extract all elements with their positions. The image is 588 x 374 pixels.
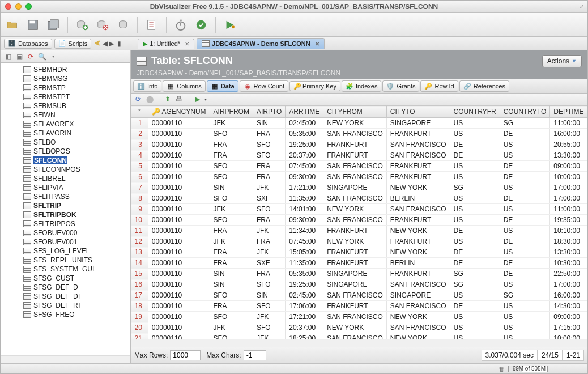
table-row[interactable]: 900000110JFKSFO14:01:00NEW YORKSAN FRANC… bbox=[131, 204, 588, 215]
cell[interactable]: 00000110 bbox=[148, 301, 210, 312]
cell[interactable]: FRANKFURT bbox=[323, 139, 387, 150]
cell[interactable]: NEW YORK bbox=[386, 333, 450, 339]
tree-item[interactable]: SFSG_DEF_DT bbox=[1, 292, 130, 301]
cell[interactable]: US bbox=[500, 204, 550, 215]
cell[interactable]: 00000110 bbox=[148, 182, 210, 193]
tree-item[interactable]: SFLIBREL bbox=[1, 174, 130, 183]
row-number[interactable]: 19 bbox=[131, 312, 148, 322]
cell[interactable]: 00000110 bbox=[148, 269, 210, 279]
tree-item[interactable]: SFSG_DEF_RT bbox=[1, 301, 130, 310]
cell[interactable]: US bbox=[500, 333, 550, 339]
cell[interactable]: 00000110 bbox=[148, 161, 210, 172]
cell[interactable]: BERLIN bbox=[386, 258, 450, 269]
cell[interactable]: DE bbox=[450, 150, 500, 161]
cell[interactable]: SINGAPORE bbox=[386, 118, 450, 129]
cell[interactable]: JFK bbox=[210, 236, 253, 247]
cell[interactable]: 19:35:00 bbox=[550, 215, 587, 226]
cell[interactable]: FRA bbox=[253, 161, 285, 172]
table-row[interactable]: 100000110JFKSIN02:45:00NEW YORKSINGAPORE… bbox=[131, 118, 588, 129]
cell[interactable]: 13:30:00 bbox=[550, 247, 587, 258]
minimize-window-button[interactable] bbox=[15, 3, 22, 10]
cell[interactable]: FRA bbox=[253, 236, 285, 247]
row-number[interactable]: 1 bbox=[131, 118, 148, 129]
print-icon[interactable]: 🖶 bbox=[175, 95, 183, 103]
cell[interactable]: US bbox=[450, 236, 500, 247]
cell[interactable]: 18:25:00 bbox=[286, 333, 323, 339]
row-number[interactable]: 6 bbox=[131, 172, 148, 182]
cell[interactable]: 22:50:00 bbox=[550, 269, 587, 279]
cell[interactable]: US bbox=[450, 215, 500, 226]
cell[interactable]: US bbox=[450, 161, 500, 172]
cell[interactable]: 11:00:00 bbox=[550, 118, 587, 129]
cell[interactable]: SFO bbox=[210, 290, 253, 301]
cell[interactable]: 02:45:00 bbox=[286, 290, 323, 301]
cell[interactable]: NEW YORK bbox=[323, 118, 387, 129]
tree-item[interactable]: SFLIPVIA bbox=[1, 183, 130, 192]
cell[interactable]: FRA bbox=[253, 215, 285, 226]
cell[interactable]: FRA bbox=[210, 247, 253, 258]
stop-icon[interactable]: ⬤ bbox=[146, 95, 154, 103]
cell[interactable]: 11:35:00 bbox=[286, 193, 323, 204]
tree-item[interactable]: SFBMHDR bbox=[1, 65, 130, 74]
cell[interactable]: US bbox=[500, 150, 550, 161]
trash-icon[interactable]: 🗑 bbox=[498, 366, 505, 372]
run-script-icon[interactable] bbox=[223, 18, 237, 32]
row-number[interactable]: 15 bbox=[131, 269, 148, 279]
cell[interactable]: SAN FRANCISCO bbox=[386, 150, 450, 161]
tree-item[interactable]: SFLTRIPPOS bbox=[1, 219, 130, 228]
table-row[interactable]: 1900000110SFOJFK17:21:00SAN FRANCISCONEW… bbox=[131, 312, 588, 322]
cell[interactable]: US bbox=[450, 290, 500, 301]
cell[interactable]: US bbox=[500, 247, 550, 258]
column-header[interactable]: AIRPTO bbox=[253, 106, 285, 118]
tree-item[interactable]: SFSG_CUST bbox=[1, 274, 130, 283]
table-row[interactable]: 500000110SFOFRA07:45:00SAN FRANCISCOFRAN… bbox=[131, 161, 588, 172]
table-row[interactable]: 700000110SINJFK17:21:00SINGAPORENEW YORK… bbox=[131, 182, 588, 193]
cell[interactable]: DE bbox=[450, 139, 500, 150]
cell[interactable]: 09:00:00 bbox=[550, 312, 587, 322]
cell[interactable]: SIN bbox=[210, 182, 253, 193]
table-row[interactable]: 400000110FRASFO20:37:00FRANKFURTSAN FRAN… bbox=[131, 150, 588, 161]
cell[interactable]: SAN FRANCISCO bbox=[386, 301, 450, 312]
cell[interactable]: NEW YORK bbox=[323, 236, 387, 247]
tab-references[interactable]: 🔗References bbox=[459, 80, 509, 92]
cell[interactable]: SAN FRANCISCO bbox=[323, 172, 387, 182]
tree-horizontal-scrollbar[interactable] bbox=[1, 355, 130, 363]
connect-add-icon[interactable] bbox=[75, 18, 90, 32]
cell[interactable]: SIN bbox=[253, 290, 285, 301]
tab-primarykey[interactable]: 🔑Primary Key bbox=[289, 81, 340, 91]
tree-item[interactable]: SFLCONN bbox=[1, 156, 130, 165]
cell[interactable]: 11:34:00 bbox=[286, 226, 323, 236]
rownum-header[interactable]: * bbox=[131, 106, 148, 118]
cell[interactable]: SFO bbox=[253, 279, 285, 290]
cell[interactable]: 17:15:00 bbox=[550, 322, 587, 333]
history-prev-icon[interactable]: ◀ bbox=[103, 40, 108, 48]
cell[interactable]: SXF bbox=[253, 258, 285, 269]
cell[interactable]: SFO bbox=[210, 161, 253, 172]
cell[interactable]: DE bbox=[450, 301, 500, 312]
cell[interactable]: US bbox=[450, 118, 500, 129]
tree-item[interactable]: SFLCONNPOS bbox=[1, 165, 130, 174]
table-row[interactable]: 600000110SFOFRA09:30:00SAN FRANCISCOFRAN… bbox=[131, 172, 588, 182]
tree-item[interactable]: SFBMSTP bbox=[1, 83, 130, 92]
table-row[interactable]: 1700000110SFOSIN02:45:00SAN FRANCISCOSIN… bbox=[131, 290, 588, 301]
tree-item[interactable]: SFSG_FREO bbox=[1, 310, 130, 319]
row-number[interactable]: 11 bbox=[131, 226, 148, 236]
expand-icon[interactable]: ⤢ bbox=[580, 3, 584, 10]
cell[interactable]: US bbox=[450, 333, 500, 339]
column-header[interactable]: AIRPFROM bbox=[210, 106, 253, 118]
cell[interactable]: FRANKFURT bbox=[386, 269, 450, 279]
cell[interactable]: 10:00:00 bbox=[550, 333, 587, 339]
tab-rowcount[interactable]: ◉Row Count bbox=[240, 80, 288, 92]
row-number[interactable]: 20 bbox=[131, 322, 148, 333]
cell[interactable]: SG bbox=[500, 290, 550, 301]
cell[interactable]: DE bbox=[500, 129, 550, 139]
filter-run-icon[interactable]: ▶ bbox=[193, 95, 201, 103]
cell[interactable]: DE bbox=[450, 247, 500, 258]
cell[interactable]: US bbox=[450, 322, 500, 333]
table-row[interactable]: 1800000110FRASFO17:06:00FRANKFURTSAN FRA… bbox=[131, 301, 588, 312]
tab-info[interactable]: ℹ️Info bbox=[133, 80, 161, 92]
tree-item[interactable]: SFLBO bbox=[1, 138, 130, 147]
cell[interactable]: 10:30:00 bbox=[550, 258, 587, 269]
tab-grants[interactable]: 🛡️Grants bbox=[382, 80, 419, 92]
cell[interactable]: US bbox=[450, 204, 500, 215]
